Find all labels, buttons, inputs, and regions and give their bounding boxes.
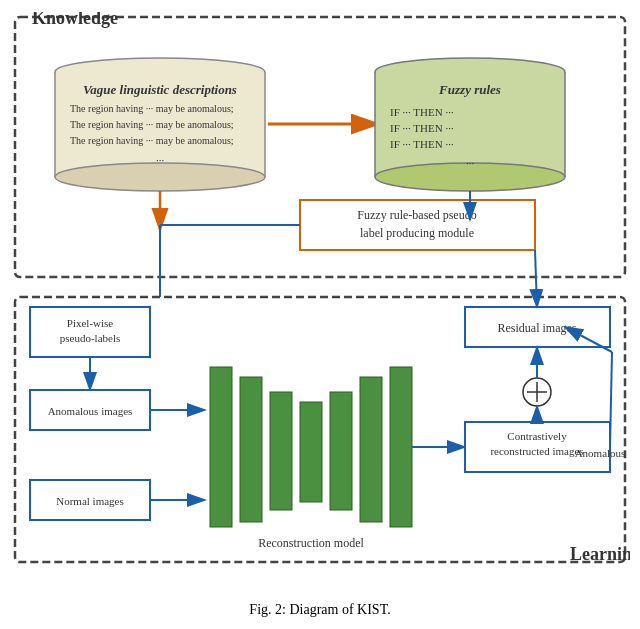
svg-rect-48: [330, 392, 352, 510]
svg-text:···: ···: [156, 154, 165, 166]
svg-text:IF ··· THEN ···: IF ··· THEN ···: [390, 122, 454, 134]
svg-text:Fuzzy rules: Fuzzy rules: [438, 82, 501, 97]
svg-rect-50: [390, 367, 412, 527]
svg-text:Normal images: Normal images: [56, 495, 124, 507]
svg-text:The region having ··· may be a: The region having ··· may be anomalous;: [70, 103, 234, 114]
svg-text:Pixel-wise: Pixel-wise: [67, 317, 114, 329]
svg-text:The region having ··· may be a: The region having ··· may be anomalous;: [70, 135, 234, 146]
svg-rect-45: [240, 377, 262, 522]
svg-rect-49: [360, 377, 382, 522]
diagram-container: Knowledge Vague linguistic descriptions …: [10, 12, 630, 618]
svg-text:reconstructed images: reconstructed images: [490, 445, 583, 457]
svg-text:IF ··· THEN ···: IF ··· THEN ···: [390, 138, 454, 150]
learning-label: Learning: [570, 544, 630, 564]
svg-rect-44: [210, 367, 232, 527]
svg-text:Anomalous images: Anomalous images: [48, 405, 133, 417]
fig-caption: Fig. 2: Diagram of KIST.: [249, 602, 390, 617]
svg-text:Contrastively: Contrastively: [507, 430, 567, 442]
reconstruction-label: Reconstruction model: [258, 536, 364, 550]
svg-rect-47: [300, 402, 322, 502]
main-diagram: Knowledge Vague linguistic descriptions …: [10, 12, 630, 592]
svg-text:···: ···: [466, 157, 475, 169]
svg-rect-46: [270, 392, 292, 510]
svg-text:Fuzzy rule-based pseudo: Fuzzy rule-based pseudo: [357, 208, 476, 222]
svg-point-5: [55, 163, 265, 191]
svg-text:pseudo-labels: pseudo-labels: [60, 332, 120, 344]
svg-text:The region having ··· may be a: The region having ··· may be anomalous;: [70, 119, 234, 130]
svg-text:label producing module: label producing module: [360, 226, 474, 240]
svg-text:Vague linguistic descriptions: Vague linguistic descriptions: [83, 82, 237, 97]
svg-text:IF ··· THEN ···: IF ··· THEN ···: [390, 106, 454, 118]
knowledge-label: Knowledge: [32, 12, 118, 28]
anomalous-label: Anomalous: [575, 447, 626, 459]
